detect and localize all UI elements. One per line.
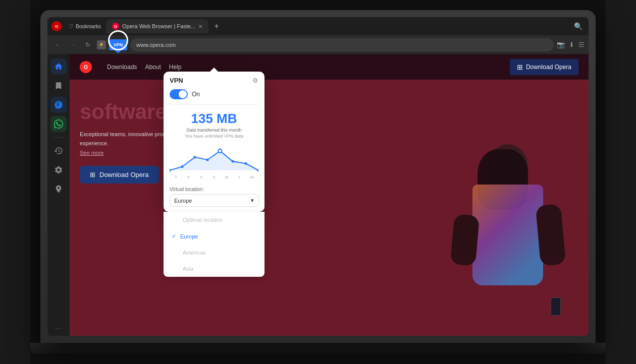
sidebar: ··· [47,54,70,336]
menu-icon[interactable]: ☰ [578,41,585,48]
americas-label: Americas [183,250,206,256]
sidebar-item-location[interactable] [50,181,67,197]
day-w: W [246,175,258,179]
tab-close-btn[interactable]: ✕ [198,24,202,29]
data-amount: 135 MB [170,111,258,127]
tab-bar-right: 🔍 [572,20,585,32]
browser-main: ··· O Downloads About Help [47,54,589,336]
dropdown-item-asia[interactable]: Asia [164,261,264,277]
svg-point-3 [206,158,209,161]
europe-label: Europe [180,233,198,239]
vpn-settings-icon[interactable]: ⚙ [252,77,258,84]
turbo-icon: ⚡ [97,40,106,49]
nav-downloads[interactable]: Downloads [107,64,137,71]
vpn-focus-ring [108,30,128,50]
person-silhouette [447,144,568,336]
svg-point-2 [194,156,196,158]
day-f: F [182,175,195,179]
laptop-base [30,343,606,354]
asia-label: Asia [183,266,193,272]
vpn-chart [164,145,264,175]
opera-nav-right: ⊞ Download Opera [510,59,578,75]
tab-favicon: O [112,23,119,30]
check-icon: ✓ [172,233,176,239]
data-sublabel: You have unlimited VPN data [170,134,258,139]
laptop-screen: O ♡ Bookmarks O Opera Web Browser | Fast… [47,17,589,336]
sidebar-item-bookmarks[interactable] [50,78,67,94]
hero-download-button[interactable]: ⊞ Download Opera [80,166,159,184]
sidebar-item-history[interactable] [50,143,67,159]
camera-icon[interactable]: 📷 [557,41,565,48]
virtual-location-label: Virtual location: [170,187,258,192]
data-label: Data transferred this month [170,128,258,133]
address-bar-actions: 📷 ⬇ ☰ [557,41,585,48]
day-t1: T [170,175,182,179]
bookmarks-label: ♡ Bookmarks [66,23,104,30]
windows-icon: ⊞ [517,63,523,71]
sidebar-divider [51,137,66,138]
chart-days: T F S S M T W [164,175,264,184]
dropdown-item-americas[interactable]: Americas [164,245,264,261]
hero-person-area [427,80,589,336]
toggle-label: On [192,91,200,98]
sidebar-item-settings[interactable] [50,162,67,178]
svg-point-4 [219,149,222,153]
address-bar: ← → ↻ ⚡ VPN www.opera.com 📷 [47,35,589,54]
location-select[interactable]: Europe ▾ [170,194,258,207]
opera-browser-icon: O [51,21,62,31]
sidebar-item-home[interactable] [50,58,67,75]
opera-navbar: O Downloads About Help ⊞ Download Opera [70,54,589,80]
hero-windows-icon: ⊞ [90,171,95,178]
sidebar-more[interactable]: ··· [55,325,62,332]
sidebar-item-whatsapp[interactable] [50,116,67,132]
vpn-toggle-row: On [164,87,264,104]
vpn-popup: VPN ⚙ On 135 MB [164,72,264,212]
optimal-location-label: Optimal location [183,217,223,223]
day-t2: T [233,175,246,179]
dropdown-item-optimal[interactable]: Optimal location [164,212,264,228]
sidebar-bottom: ··· [55,325,62,332]
tab-title: Opera Web Browser | Faste... [122,23,195,29]
nav-help[interactable]: Help [169,64,182,71]
virtual-location-section: Virtual location: Europe ▾ Optimal l [164,184,264,212]
vpn-chart-svg [170,147,258,173]
nav-about[interactable]: About [145,64,161,71]
download-icon[interactable]: ⬇ [569,41,574,48]
day-s1: S [195,175,207,179]
laptop-body: O ♡ Bookmarks O Opera Web Browser | Fast… [40,10,596,343]
refresh-button[interactable]: ↻ [82,39,94,51]
location-dropdown: Optimal location ✓ Europe Americas [164,212,264,277]
toggle-knob [179,90,187,98]
browser-window: O ♡ Bookmarks O Opera Web Browser | Fast… [47,17,589,336]
day-s2: S [207,175,220,179]
svg-point-1 [181,165,184,168]
chevron-down-icon: ▾ [251,197,254,204]
svg-point-0 [170,169,171,171]
hero-section: software Exceptional teams, innovative p… [70,80,589,336]
sidebar-item-messenger[interactable] [50,97,67,113]
tab-bar: O ♡ Bookmarks O Opera Web Browser | Fast… [47,17,589,35]
vpn-toggle[interactable] [170,89,188,99]
vpn-button-container: VPN [109,39,127,50]
forward-button[interactable]: → [67,39,79,51]
dropdown-item-europe[interactable]: ✓ Europe [164,228,264,245]
nav-download-button[interactable]: ⊞ Download Opera [510,59,578,75]
back-button[interactable]: ← [51,39,64,51]
url-field[interactable]: www.opera.com [130,38,554,51]
vpn-popup-title: VPN [170,77,183,84]
search-icon[interactable]: 🔍 [572,20,585,32]
webpage-content: O Downloads About Help ⊞ Download Opera [70,54,589,336]
day-m: M [221,175,233,179]
vpn-data-section: 135 MB Data transferred this month You h… [164,105,264,145]
opera-logo: O [80,61,92,73]
svg-point-5 [232,160,234,163]
new-tab-button[interactable]: + [210,20,223,32]
selected-location: Europe [174,198,192,204]
opera-nav-links: Downloads About Help [107,64,181,71]
vpn-popup-header: VPN ⚙ [164,72,264,87]
svg-point-6 [245,162,247,165]
